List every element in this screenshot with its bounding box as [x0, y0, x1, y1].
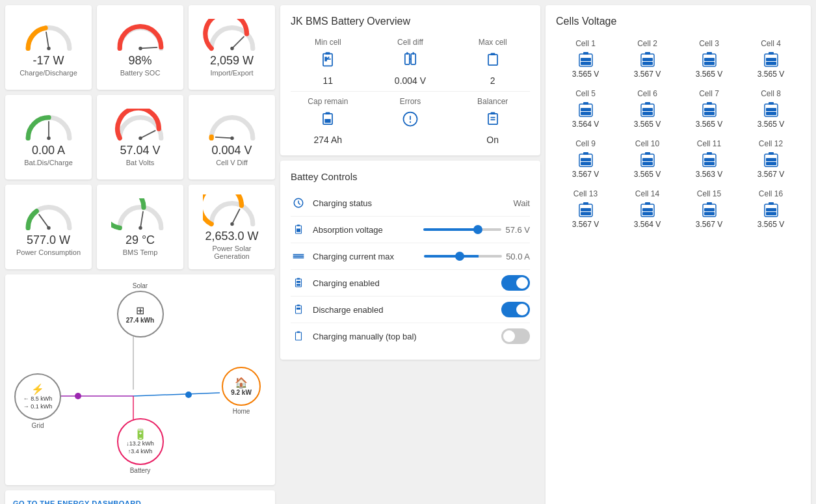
svg-rect-71	[707, 52, 712, 55]
svg-rect-58	[297, 305, 300, 306]
cell-16-icon	[764, 201, 778, 220]
gauge-grid: -17 WCharge/Discharge98%Battery SOC2,059…	[5, 5, 275, 269]
battery-plug-icon	[319, 51, 337, 73]
svg-rect-105	[704, 158, 715, 161]
svg-rect-25	[326, 52, 330, 55]
svg-line-4	[232, 36, 244, 48]
svg-rect-64	[581, 62, 591, 65]
energy-flow-diagram: Solar ⊞ 27.4 kWh ⚡ ← 8.5 kWh → 0.1 kWh	[13, 282, 267, 477]
cell-15-voltage: 3.567 V	[696, 220, 722, 229]
gauge-card-bat-dis-charge: 0.00 ABat.Dis/Charge	[5, 95, 92, 179]
svg-rect-63	[583, 52, 588, 55]
gauge-card-battery-soc: 98%Battery SOC	[97, 5, 183, 90]
gauge-label-bat-dis-charge: Bat.Dis/Charge	[24, 159, 73, 166]
svg-rect-124	[766, 212, 776, 215]
gauge-value-cell-v-diff: 0.004 V	[211, 144, 252, 157]
cell-11-label: Cell 11	[697, 139, 721, 148]
svg-line-20	[133, 393, 220, 396]
svg-rect-121	[704, 208, 715, 211]
svg-rect-108	[766, 162, 776, 165]
min-cell-value: 11	[323, 75, 334, 86]
gauge-label-power-consumption: Power Consumption	[16, 248, 81, 256]
gauge-value-battery-soc: 98%	[128, 54, 151, 68]
svg-point-41	[410, 122, 411, 123]
gauge-value-bat-volts: 57.04 V	[120, 144, 160, 157]
svg-rect-55	[296, 284, 300, 286]
battery-node: 🔋 ↓13.2 kWh ↑3.4 kWh Battery	[117, 418, 164, 474]
cell-13-label: Cell 13	[573, 189, 598, 198]
bms-title: JK BMS Battery Overview	[291, 16, 530, 27]
cell-12-label: Cell 12	[759, 139, 783, 148]
gauge-value-charge-discharge: -17 W	[33, 54, 64, 68]
cell-7-voltage: 3.565 V	[696, 120, 722, 129]
charging-manually-toggle[interactable]	[501, 328, 530, 344]
svg-rect-61	[297, 332, 300, 333]
svg-rect-65	[581, 58, 591, 61]
cell-10-label: Cell 10	[635, 139, 659, 148]
grid-values: ← 8.5 kWh → 0.1 kWh	[23, 395, 53, 410]
cell-4-voltage: 3.565 V	[757, 70, 784, 79]
cell-item-cell-4: Cell 4 3.565 V	[741, 35, 800, 83]
cell-4-label: Cell 4	[761, 39, 781, 48]
charging-status-label: Charging status	[313, 198, 507, 208]
gauge-label-charge-discharge: Charge/Discharge	[20, 69, 77, 77]
cell-10-voltage: 3.565 V	[634, 170, 661, 179]
svg-rect-111	[583, 202, 588, 205]
charging-current-slider[interactable]	[424, 255, 502, 258]
svg-rect-31	[406, 52, 408, 55]
charging-enabled-icon	[291, 275, 306, 291]
svg-rect-120	[704, 212, 715, 215]
cell-5-label: Cell 5	[575, 89, 596, 98]
svg-rect-101	[642, 158, 653, 161]
charging-enabled-toggle[interactable]	[501, 275, 530, 291]
svg-rect-32	[412, 52, 414, 55]
svg-rect-30	[411, 54, 415, 64]
svg-line-12	[39, 214, 49, 228]
discharge-enabled-toggle[interactable]	[501, 302, 530, 317]
cap-remain-icon	[319, 110, 337, 132]
solar-icon: ⊞	[136, 304, 144, 317]
svg-rect-56	[296, 281, 300, 283]
svg-rect-42	[488, 114, 497, 124]
discharge-enabled-label: Discharge enabled	[313, 305, 495, 315]
cell-1-icon	[579, 51, 593, 70]
home-node: 🏠 9.2 kW Home	[222, 367, 261, 415]
cell-item-cell-16: Cell 16 3.565 V	[741, 185, 800, 233]
svg-rect-112	[581, 212, 591, 215]
cell-9-icon	[579, 151, 593, 170]
cell-16-label: Cell 16	[759, 189, 783, 198]
cell-9-voltage: 3.567 V	[572, 170, 599, 179]
svg-point-22	[75, 393, 81, 399]
bms-min-cell: Min cell 11	[291, 38, 365, 86]
svg-rect-49	[296, 229, 300, 232]
svg-rect-123	[769, 202, 774, 205]
svg-rect-93	[766, 108, 776, 111]
controls-title: Battey Controls	[291, 171, 530, 182]
cell-14-icon	[640, 201, 655, 220]
cell-item-cell-13: Cell 13 3.567 V	[556, 185, 615, 233]
absorption-voltage-slider[interactable]	[423, 228, 501, 231]
cell-16-voltage: 3.565 V	[757, 220, 784, 229]
cell-item-cell-1: Cell 1 3.565 V	[556, 35, 615, 83]
charging-current-icon	[291, 248, 306, 264]
svg-point-1	[47, 46, 50, 49]
svg-point-15	[138, 226, 142, 229]
solar-node: Solar ⊞ 27.4 kWh	[117, 282, 164, 338]
go-dashboard-link[interactable]: GO TO THE ENERGY DASHBOARD	[13, 499, 141, 504]
cell-9-label: Cell 9	[575, 139, 596, 148]
svg-rect-79	[583, 102, 588, 105]
svg-rect-60	[296, 332, 302, 340]
svg-rect-109	[766, 158, 776, 161]
battery-icon: 🔋	[134, 428, 147, 440]
cell-12-icon	[764, 151, 778, 170]
cell-15-label: Cell 15	[697, 189, 721, 198]
svg-point-5	[230, 46, 233, 49]
cell-3-icon	[702, 51, 717, 70]
bms-errors: Errors	[373, 97, 448, 145]
cell-item-cell-8: Cell 8 3.565 V	[741, 85, 800, 133]
gauge-label-power-solar: Power Solar Generation	[194, 245, 270, 260]
svg-rect-85	[642, 108, 653, 111]
svg-rect-89	[704, 108, 715, 111]
gauge-value-power-solar: 2,653.0 W	[205, 230, 258, 243]
energy-flow-card: Solar ⊞ 27.4 kWh ⚡ ← 8.5 kWh → 0.1 kWh	[5, 274, 275, 485]
